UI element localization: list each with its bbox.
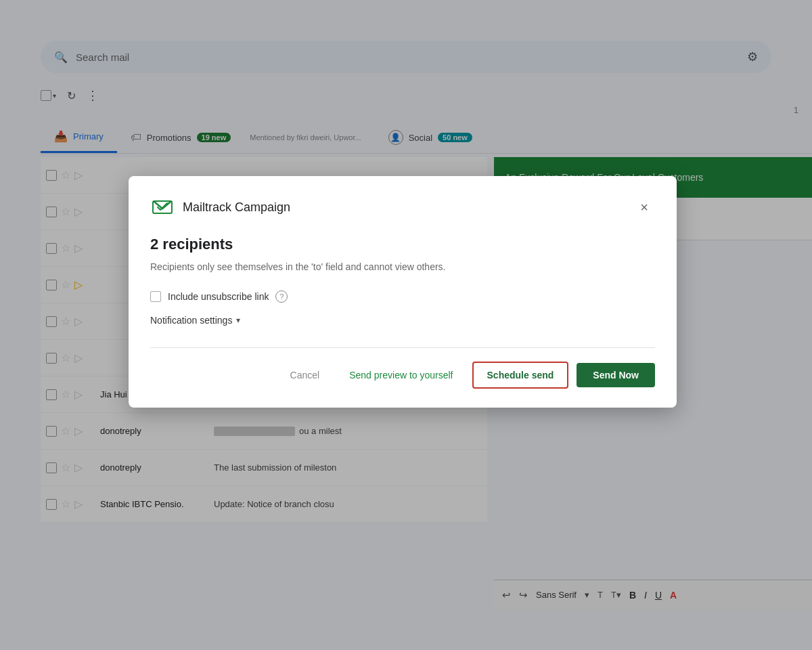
modal-title-row: Mailtrack Campaign <box>150 195 290 219</box>
unsubscribe-checkbox[interactable] <box>150 291 161 302</box>
modal-close-button[interactable]: × <box>633 196 655 218</box>
modal-title: Mailtrack Campaign <box>183 200 290 215</box>
mailtrack-logo-icon <box>150 195 175 219</box>
send-now-button[interactable]: Send Now <box>577 363 655 387</box>
recipients-heading: 2 recipients <box>150 236 655 253</box>
modal-footer: Cancel Send preview to yourself Schedule… <box>150 347 655 389</box>
unsubscribe-row[interactable]: Include unsubscribe link ? <box>150 290 655 303</box>
chevron-down-icon: ▾ <box>236 316 240 325</box>
schedule-send-button[interactable]: Schedule send <box>472 362 569 389</box>
campaign-modal: Mailtrack Campaign × 2 recipients Recipi… <box>129 176 677 408</box>
preview-button[interactable]: Send preview to yourself <box>338 363 464 387</box>
notification-settings-label: Notification settings <box>150 315 232 326</box>
unsubscribe-label: Include unsubscribe link <box>168 291 269 302</box>
help-icon[interactable]: ? <box>275 290 288 303</box>
cancel-button[interactable]: Cancel <box>279 363 331 387</box>
recipients-description: Recipients only see themselves in the 't… <box>150 260 655 274</box>
notification-settings-row[interactable]: Notification settings ▾ <box>150 315 655 326</box>
modal-header: Mailtrack Campaign × <box>150 195 655 219</box>
